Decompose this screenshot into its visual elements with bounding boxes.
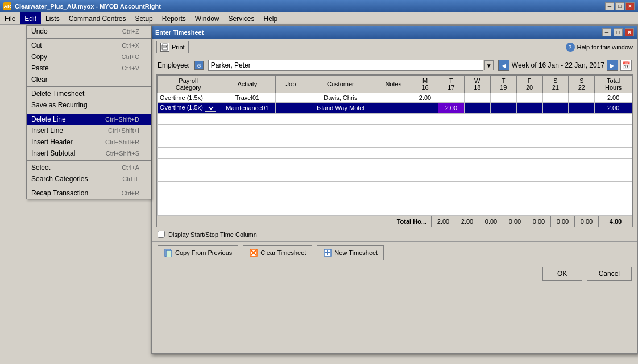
dialog-title-controls: ─ □ ✕ <box>601 28 634 36</box>
table-row[interactable]: Overtime (1.5x) Travel01 Davis, Chris 2.… <box>158 93 632 103</box>
menu-item-undo[interactable]: Undo Ctrl+Z <box>27 26 151 37</box>
table-row[interactable] <box>158 136 632 148</box>
cell-payroll-2[interactable]: Overtime (1.5x) ▼ <box>158 103 219 114</box>
cell-s21-1[interactable] <box>542 93 569 103</box>
menu-item-insert-header[interactable]: Insert Header Ctrl+Shift+R <box>27 136 151 148</box>
cell-empty[interactable] <box>158 148 632 159</box>
cell-m16-2[interactable] <box>412 103 438 114</box>
cell-t19-2[interactable] <box>490 103 516 114</box>
cell-t17-1[interactable] <box>438 93 464 103</box>
cell-empty[interactable] <box>158 159 632 170</box>
svg-rect-5 <box>166 250 172 257</box>
new-timesheet-button[interactable]: New Timesheet <box>317 245 384 260</box>
close-button[interactable]: ✕ <box>625 2 635 10</box>
cell-job-1[interactable] <box>275 93 306 103</box>
menu-command-centres[interactable]: Command Centres <box>64 12 131 24</box>
week-prev-button[interactable]: ◀ <box>498 60 509 71</box>
payroll-dropdown-2[interactable]: ▼ <box>205 104 216 112</box>
footer-m16: 2.00 <box>431 216 455 227</box>
table-row[interactable] <box>158 193 632 204</box>
table-footer: Total Ho... 2.00 2.00 0.00 0.00 0.00 0.0… <box>156 216 633 227</box>
cell-notes-1[interactable] <box>375 93 412 103</box>
menu-item-clear[interactable]: Clear <box>27 74 151 85</box>
menu-lists[interactable]: Lists <box>41 12 64 24</box>
cell-empty[interactable] <box>158 193 632 204</box>
employee-dropdown-arrow[interactable]: ▼ <box>484 60 494 70</box>
calendar-icon[interactable]: 📅 <box>620 60 632 71</box>
menu-reports[interactable]: Reports <box>158 12 190 24</box>
menu-item-paste[interactable]: Paste Ctrl+V <box>27 62 151 74</box>
menu-item-recap-transaction[interactable]: Recap Transaction Ctrl+R <box>27 187 151 199</box>
menu-item-delete-line[interactable]: Delete Line Ctrl+Shift+D <box>27 114 151 125</box>
table-row[interactable] <box>158 114 632 125</box>
menu-help[interactable]: Help <box>259 12 283 24</box>
display-start-stop-checkbox[interactable] <box>158 231 165 238</box>
ok-button[interactable]: OK <box>542 267 582 281</box>
cell-activity-1[interactable]: Travel01 <box>219 93 275 103</box>
table-row[interactable] <box>158 148 632 159</box>
cell-s22-1[interactable] <box>569 93 595 103</box>
employee-input[interactable] <box>208 60 483 71</box>
table-row[interactable] <box>158 170 632 182</box>
menu-item-cut[interactable]: Cut Ctrl+X <box>27 40 151 51</box>
cell-f20-2[interactable] <box>516 103 542 114</box>
cell-w18-2[interactable] <box>464 103 490 114</box>
svg-point-3 <box>166 46 167 47</box>
cell-empty[interactable] <box>158 170 632 182</box>
cell-empty[interactable] <box>158 114 632 125</box>
main-area: Undo Ctrl+Z Cut Ctrl+X Copy Ctrl+C Paste… <box>0 25 638 364</box>
cell-w18-1[interactable] <box>464 93 490 103</box>
table-row[interactable]: Overtime (1.5x) ▼ Maintenance01 Island W… <box>158 103 632 114</box>
restore-button[interactable]: □ <box>615 2 624 10</box>
cell-f20-1[interactable] <box>516 93 542 103</box>
cell-t17-2[interactable]: 2.00 <box>438 103 464 114</box>
menu-item-delete-timesheet[interactable]: Delete Timesheet <box>27 88 151 99</box>
dialog-restore-button[interactable]: □ <box>614 28 623 36</box>
separator-1 <box>27 38 151 39</box>
cell-job-2[interactable] <box>275 103 306 114</box>
week-nav: ◀ Week of 16 Jan - 22 Jan, 2017 ▶ 📅 <box>498 60 632 71</box>
menu-services[interactable]: Services <box>224 12 259 24</box>
menu-edit[interactable]: Edit <box>20 12 41 24</box>
cell-t19-1[interactable] <box>490 93 516 103</box>
menu-item-insert-subtotal[interactable]: Insert Subtotal Ctrl+Shift+S <box>27 148 151 159</box>
cell-activity-2[interactable]: Maintenance01 <box>219 103 275 114</box>
new-timesheet-label: New Timesheet <box>334 249 378 256</box>
menu-item-select[interactable]: Select Ctrl+A <box>27 162 151 173</box>
help-label: Help for this window <box>577 44 633 51</box>
clear-timesheet-button[interactable]: Clear Timesheet <box>243 245 312 260</box>
cell-empty[interactable] <box>158 136 632 148</box>
cancel-button[interactable]: Cancel <box>587 267 632 281</box>
cell-m16-1[interactable]: 2.00 <box>412 93 438 103</box>
cell-empty[interactable] <box>158 125 632 136</box>
cell-s21-2[interactable] <box>542 103 569 114</box>
cell-s22-2[interactable] <box>569 103 595 114</box>
menu-item-save-as-recurring[interactable]: Save as Recurring <box>27 99 151 111</box>
table-row[interactable] <box>158 182 632 193</box>
menu-item-search-categories[interactable]: Search Categories Ctrl+L <box>27 173 151 185</box>
cell-customer-1[interactable]: Davis, Chris <box>306 93 375 103</box>
employee-nav-icon[interactable]: ⊙ <box>194 61 204 70</box>
cell-payroll-1[interactable]: Overtime (1.5x) <box>158 93 219 103</box>
cell-empty[interactable] <box>158 182 632 193</box>
cell-notes-2[interactable] <box>375 103 412 114</box>
menu-item-insert-line[interactable]: Insert Line Ctrl+Shift+I <box>27 125 151 136</box>
menu-file[interactable]: File <box>0 12 20 24</box>
dialog-minimize-button[interactable]: ─ <box>602 28 611 36</box>
copy-from-previous-button[interactable]: Copy From Previous <box>158 245 238 260</box>
table-header-row: PayrollCategory Activity Job Customer No… <box>158 76 632 93</box>
dialog-toolbar: Print ? Help for this window <box>152 39 637 56</box>
table-row[interactable] <box>158 159 632 170</box>
dialog-close-button[interactable]: ✕ <box>625 28 634 36</box>
week-next-button[interactable]: ▶ <box>607 60 618 71</box>
menu-item-copy[interactable]: Copy Ctrl+C <box>27 51 151 62</box>
cell-empty[interactable] <box>158 204 632 216</box>
print-button[interactable]: Print <box>156 41 189 53</box>
menu-window[interactable]: Window <box>190 12 224 24</box>
table-row[interactable] <box>158 204 632 216</box>
minimize-button[interactable]: ─ <box>605 2 614 10</box>
menu-setup[interactable]: Setup <box>130 12 157 24</box>
table-row[interactable] <box>158 125 632 136</box>
cell-customer-2[interactable]: Island Way Motel <box>306 103 375 114</box>
help-area: ? Help for this window <box>566 43 633 52</box>
